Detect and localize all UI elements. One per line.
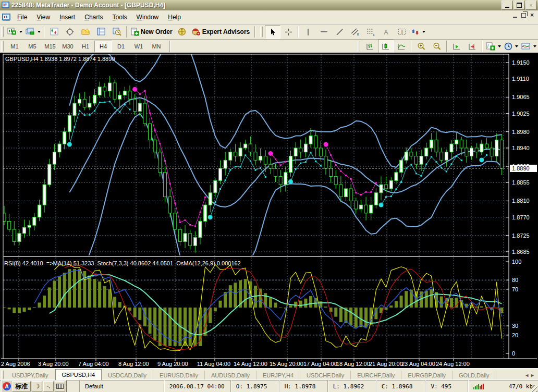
timeframe-button-w1[interactable]: W1 xyxy=(130,41,148,52)
text-button[interactable]: A xyxy=(378,25,394,39)
bar-chart-button[interactable] xyxy=(362,40,378,53)
toolbar-grip[interactable] xyxy=(260,27,263,37)
profiles-button[interactable] xyxy=(24,25,42,39)
chart-tab-eurjpy-h4[interactable]: EURJPY,H4 xyxy=(256,371,300,380)
tab-scroll: ◄ ► xyxy=(524,373,538,380)
minimize-button[interactable] xyxy=(502,1,512,10)
candlestick-icon xyxy=(382,42,390,51)
dropdown-caret xyxy=(19,31,22,33)
arrows-button[interactable] xyxy=(410,25,427,39)
chart-tab-gbpusd-h4[interactable]: GBPUSD,H4 xyxy=(55,369,102,380)
crosshair-button[interactable] xyxy=(280,25,296,39)
tabbar-grip[interactable] xyxy=(1,371,4,379)
chart-tab-eurgbp-daily[interactable]: EURGBP,Daily xyxy=(401,371,453,380)
timeframe-button-d1[interactable]: D1 xyxy=(112,41,130,52)
auto-scroll-icon xyxy=(453,42,461,51)
vertical-line-icon xyxy=(304,28,312,36)
candlestick-chart-button[interactable] xyxy=(378,40,394,53)
tab-scroll-left-icon[interactable]: ◄ xyxy=(524,373,529,378)
mdi-restore-icon[interactable] xyxy=(521,13,526,18)
chart-area[interactable]: GBPUSD,H4 1.8938 1.8972 1.8874 1.8890 RS… xyxy=(0,53,538,368)
maximize-icon xyxy=(517,3,522,8)
trendline-icon xyxy=(336,28,344,36)
chart-tab-eurchf-daily[interactable]: EURCHF,Daily xyxy=(351,371,401,380)
zoom-in-button[interactable] xyxy=(413,40,429,53)
menu-item-view[interactable]: View xyxy=(32,12,55,22)
status-profile[interactable]: Default xyxy=(79,380,164,392)
svg-text:1.8725: 1.8725 xyxy=(512,232,530,239)
menu-item-insert[interactable]: Insert xyxy=(55,12,80,22)
favorites-button[interactable] xyxy=(78,25,93,39)
ime-fullshape-icon[interactable]: ☽ xyxy=(32,381,42,391)
indicator-values-label: RSI(8) 42.4010 =>MA(14) 51.3233 Stoch(7,… xyxy=(4,260,241,266)
trendline-button[interactable] xyxy=(332,25,347,39)
equidistant-channel-button[interactable]: E xyxy=(347,25,363,39)
chart-canvas[interactable]: 1.91501.91101.90651.90251.89801.89401.88… xyxy=(0,53,538,368)
menu-item-help[interactable]: Help xyxy=(163,12,186,22)
chart-tab-gold-daily[interactable]: GOLD,Daily xyxy=(453,371,496,380)
timeframe-button-m15[interactable]: M15 xyxy=(41,41,59,52)
cursor-button[interactable] xyxy=(265,25,280,39)
menu-item-file[interactable]: File xyxy=(13,12,32,22)
chart-tab-usdchf-daily[interactable]: USDCHF,Daily xyxy=(300,371,351,380)
svg-text:1.8770: 1.8770 xyxy=(512,214,530,220)
new-chart-button[interactable] xyxy=(6,25,24,39)
maximize-button[interactable] xyxy=(513,1,524,10)
ime-logo-icon[interactable]: A xyxy=(3,382,11,390)
text-label-button[interactable]: T xyxy=(394,25,410,39)
line-chart-icon xyxy=(397,42,406,51)
metaeditor-button[interactable] xyxy=(174,25,190,39)
status-high: H: 1.8978 xyxy=(279,380,327,392)
timeframe-button-m1[interactable]: M1 xyxy=(6,41,23,52)
line-chart-button[interactable] xyxy=(394,40,409,53)
chart-tab-audusd-daily[interactable]: AUDUSD,Daily xyxy=(205,371,256,380)
indicators-button[interactable]: f xyxy=(484,40,503,53)
timeframe-button-h4[interactable]: H4 xyxy=(94,41,112,52)
timeframe-button-mn[interactable]: MN xyxy=(148,41,165,52)
timeframe-button-m5[interactable]: M5 xyxy=(23,41,41,52)
profiles-icon xyxy=(26,28,35,36)
auto-scroll-button[interactable] xyxy=(449,40,464,53)
ime-keyboard-icon[interactable] xyxy=(55,381,65,391)
status-low: L: 1.8962 xyxy=(327,380,376,392)
tab-items: USDJPY,DailyGBPUSD,H4USDCAD,DailyEURUSD,… xyxy=(6,369,496,380)
resize-grip[interactable] xyxy=(531,385,537,392)
timeframe-button-h1[interactable]: H1 xyxy=(77,41,94,52)
data-window-button[interactable] xyxy=(93,25,109,39)
toolbar-grip[interactable] xyxy=(1,41,4,52)
zoom-out-button[interactable] xyxy=(429,40,445,53)
new-order-button[interactable]: New Order xyxy=(129,25,174,39)
horizontal-line-button[interactable] xyxy=(316,25,332,39)
timeframe-button-m30[interactable]: M30 xyxy=(59,41,77,52)
menu-items: FileViewInsertChartsToolsWindowHelp xyxy=(13,12,186,22)
mdi-close-icon[interactable]: × xyxy=(530,13,534,18)
navigator-button[interactable] xyxy=(62,25,78,39)
chart-tab-usdcad-daily[interactable]: USDCAD,Daily xyxy=(102,371,153,380)
expert-advisors-button[interactable]: Expert Advisors xyxy=(190,25,252,39)
periods-button[interactable] xyxy=(503,40,520,53)
toolbar-separator xyxy=(169,41,170,52)
mdi-minimize-icon[interactable] xyxy=(513,17,517,18)
app-icon xyxy=(2,2,9,9)
menu-item-tools[interactable]: Tools xyxy=(108,12,132,22)
bar-chart-icon xyxy=(366,42,375,51)
chart-tab-usdjpy-daily[interactable]: USDJPY,Daily xyxy=(6,371,55,380)
ime-punctuation-icon[interactable]: ·, xyxy=(43,381,54,391)
svg-text:1.8855: 1.8855 xyxy=(512,179,530,186)
cursor-icon xyxy=(269,28,276,36)
close-button[interactable]: × xyxy=(525,1,536,10)
svg-text:18 Aug 12:00: 18 Aug 12:00 xyxy=(336,361,370,367)
vertical-line-button[interactable] xyxy=(300,25,316,39)
toolbar-grip[interactable] xyxy=(358,41,360,52)
chart-shift-button[interactable] xyxy=(464,40,480,53)
market-watch-button[interactable] xyxy=(46,25,62,39)
menu-item-window[interactable]: Window xyxy=(132,12,164,22)
history-center-button[interactable] xyxy=(109,25,125,39)
toolbar-grip[interactable] xyxy=(1,27,4,37)
ime-mode-button[interactable]: 标准 xyxy=(12,381,31,391)
chart-tab-eurusd-daily[interactable]: EURUSD,Daily xyxy=(153,371,205,380)
tab-scroll-right-icon[interactable]: ► xyxy=(530,373,535,378)
menu-item-charts[interactable]: Charts xyxy=(80,12,107,22)
fibonacci-button[interactable]: F xyxy=(363,25,378,39)
templates-button[interactable] xyxy=(520,40,538,53)
